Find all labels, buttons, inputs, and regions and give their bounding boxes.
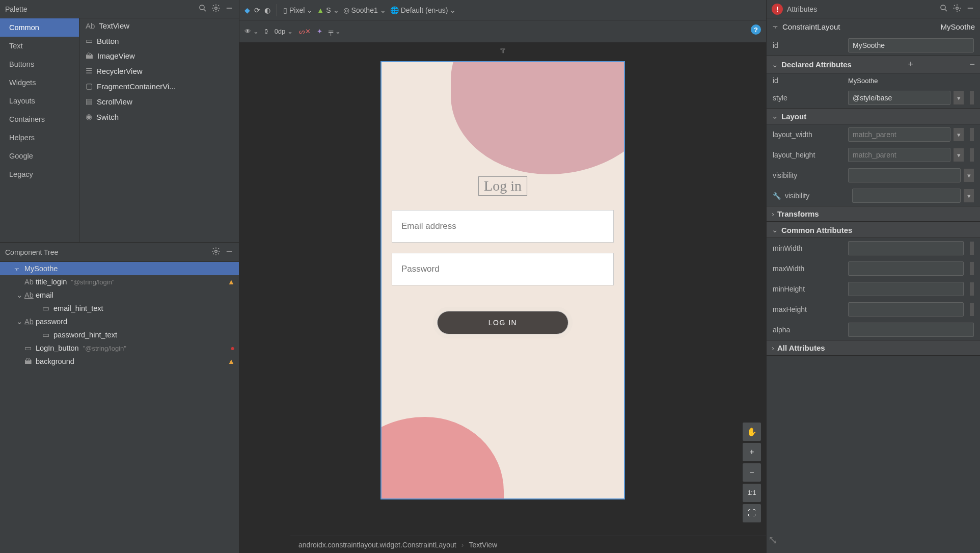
- search-icon[interactable]: [939, 4, 948, 14]
- palette-item-switch[interactable]: ◉Switch: [79, 109, 239, 124]
- tree-node-login-button[interactable]: ▭ LogIn_button "@string/login" ●: [0, 341, 239, 355]
- dropdown-icon[interactable]: ▾: [954, 91, 964, 104]
- attr-id-input[interactable]: [848, 38, 974, 52]
- zoom-out-button[interactable]: −: [743, 463, 761, 482]
- palette-item-textview[interactable]: AbTextView: [79, 18, 239, 33]
- gear-icon[interactable]: [211, 4, 221, 14]
- palette-cat-widgets[interactable]: Widgets: [0, 73, 79, 92]
- zoom-reset-button[interactable]: 1:1: [743, 484, 761, 502]
- visibility-input[interactable]: [848, 168, 961, 182]
- scroll-icon: ▤: [86, 97, 93, 106]
- gear-icon[interactable]: [952, 4, 962, 14]
- resize-grip-icon[interactable]: ⤡: [768, 534, 777, 547]
- palette-item-imageview[interactable]: 🏔ImageView: [79, 48, 239, 63]
- alpha-input[interactable]: [848, 323, 974, 337]
- chevron-down-icon[interactable]: ⌄: [16, 291, 23, 299]
- device-selector[interactable]: ▯ Pixel ⌄: [283, 6, 313, 14]
- warning-icon[interactable]: ▲: [228, 357, 235, 365]
- design-surface[interactable]: ╦ Log in Email address Password LOG IN ⤡: [239, 43, 766, 536]
- infer-constraints-icon[interactable]: ✦: [317, 28, 322, 35]
- surface-icon[interactable]: ◆: [244, 6, 250, 14]
- minheight-input[interactable]: [848, 282, 964, 296]
- palette-item-fragment[interactable]: ▢FragmentContainerVi...: [79, 78, 239, 94]
- nightmode-icon[interactable]: ◐: [264, 6, 270, 14]
- breadcrumb-item[interactable]: androidx.constraintlayout.widget.Constra…: [298, 541, 456, 549]
- minimize-icon[interactable]: [225, 247, 234, 257]
- flag-icon[interactable]: [970, 128, 974, 141]
- search-icon[interactable]: [198, 4, 207, 14]
- flag-icon[interactable]: [970, 242, 974, 255]
- minimize-icon[interactable]: [225, 4, 234, 14]
- preview-login-button[interactable]: LOG IN: [437, 311, 568, 334]
- palette-cat-text[interactable]: Text: [0, 37, 79, 55]
- locale-selector[interactable]: 🌐 Default (en-us) ⌄: [390, 6, 456, 14]
- tree-node-password[interactable]: ⌄ Ab password: [0, 315, 239, 328]
- minwidth-input[interactable]: [848, 241, 964, 255]
- dropdown-icon[interactable]: ▾: [964, 169, 974, 182]
- section-declared[interactable]: ⌄ Declared Attributes + −: [767, 56, 980, 73]
- chevron-down-icon[interactable]: ⌄: [16, 318, 23, 326]
- flag-icon[interactable]: [970, 282, 974, 296]
- theme-selector[interactable]: ◎ Soothe1 ⌄: [343, 6, 386, 14]
- tools-visibility-input[interactable]: [852, 189, 961, 203]
- gear-icon[interactable]: [211, 247, 221, 257]
- phone-preview[interactable]: Log in Email address Password LOG IN: [380, 61, 625, 499]
- attr-decl-style: style ▾: [767, 88, 980, 108]
- tree-node-email[interactable]: ⌄ Ab email: [0, 288, 239, 302]
- flag-icon[interactable]: [970, 303, 974, 316]
- eye-icon[interactable]: 👁 ⌄: [244, 28, 259, 35]
- tree-node-password-hint[interactable]: ▭ password_hint_text: [0, 328, 239, 341]
- zoom-fit-button[interactable]: ⛶: [743, 504, 761, 522]
- palette-item-button[interactable]: ▭Button: [79, 33, 239, 48]
- warning-icon[interactable]: ▲: [228, 278, 235, 286]
- dropdown-icon[interactable]: ▾: [964, 189, 974, 202]
- section-layout[interactable]: ⌄ Layout: [767, 108, 980, 124]
- error-icon[interactable]: ●: [230, 344, 235, 352]
- error-badge-icon[interactable]: !: [772, 4, 783, 15]
- tree-node-email-hint[interactable]: ▭ email_hint_text: [0, 302, 239, 315]
- tree-node-title-login[interactable]: Ab title_login "@string/login" ▲: [0, 275, 239, 288]
- help-icon[interactable]: ?: [751, 24, 761, 35]
- flag-icon[interactable]: [970, 91, 974, 104]
- add-attribute-icon[interactable]: +: [908, 59, 913, 70]
- zoom-in-button[interactable]: +: [743, 443, 761, 461]
- maxwidth-input[interactable]: [848, 261, 964, 276]
- preview-title[interactable]: Log in: [478, 176, 527, 196]
- tree-node-mysoothe[interactable]: ⫟ MySoothe: [0, 262, 239, 275]
- palette-cat-legacy[interactable]: Legacy: [0, 165, 79, 183]
- layout-height-input[interactable]: [848, 148, 950, 162]
- maxheight-input[interactable]: [848, 302, 964, 317]
- palette-item-recyclerview[interactable]: ☰RecyclerView: [79, 63, 239, 78]
- rect-icon: ▭: [42, 304, 53, 312]
- palette-cat-google[interactable]: Google: [0, 147, 79, 165]
- palette-cat-common[interactable]: Common: [0, 18, 79, 37]
- orientation-icon[interactable]: ⟳: [254, 6, 260, 14]
- remove-attribute-icon[interactable]: −: [969, 59, 975, 70]
- tree-node-background[interactable]: 🏔 background ▲: [0, 355, 239, 368]
- flag-icon[interactable]: [970, 148, 974, 162]
- clear-constraints-icon[interactable]: ᔕ✕: [299, 28, 311, 35]
- palette-cat-helpers[interactable]: Helpers: [0, 128, 79, 147]
- preview-email-input[interactable]: Email address: [392, 210, 614, 243]
- dropdown-icon[interactable]: ▾: [954, 148, 964, 162]
- guidelines-icon[interactable]: ╤ ⌄: [329, 28, 341, 35]
- magnet-icon[interactable]: ⧲: [265, 28, 268, 35]
- api-selector[interactable]: ▲ S ⌄: [317, 6, 339, 14]
- flag-icon[interactable]: [970, 262, 974, 275]
- breadcrumb-item[interactable]: TextView: [469, 541, 497, 549]
- preview-password-input[interactable]: Password: [392, 253, 614, 285]
- dropdown-icon[interactable]: ▾: [954, 128, 964, 141]
- palette-cat-layouts[interactable]: Layouts: [0, 92, 79, 110]
- section-common[interactable]: ⌄ Common Attributes: [767, 222, 980, 238]
- minimize-icon[interactable]: [966, 4, 975, 14]
- palette-cat-containers[interactable]: Containers: [0, 110, 79, 128]
- style-input[interactable]: [848, 91, 950, 105]
- section-transforms[interactable]: › Transforms: [767, 206, 980, 222]
- palette-item-scrollview[interactable]: ▤ScrollView: [79, 94, 239, 109]
- default-margin[interactable]: 0dp ⌄: [275, 28, 293, 35]
- palette-cat-buttons[interactable]: Buttons: [0, 55, 79, 73]
- layout-width-input[interactable]: [848, 127, 950, 142]
- fragment-icon: ▢: [86, 82, 93, 91]
- pan-button[interactable]: ✋: [743, 423, 761, 441]
- section-all[interactable]: › All Attributes: [767, 340, 980, 356]
